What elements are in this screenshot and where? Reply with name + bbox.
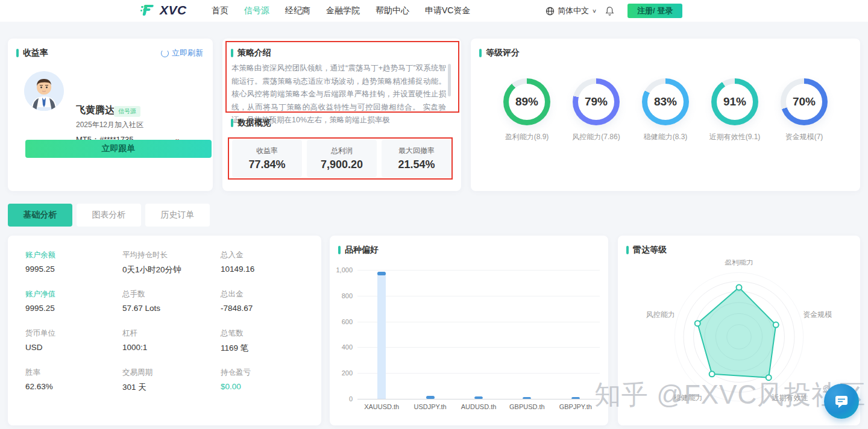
radar-title: 雷达等级 bbox=[626, 245, 667, 255]
globe-icon bbox=[546, 7, 555, 16]
logo-text: XVC bbox=[160, 3, 187, 17]
stat-value: 1000:1 bbox=[122, 343, 221, 352]
x-axis-label: GBPUSD.th bbox=[509, 403, 545, 410]
gridline bbox=[357, 322, 600, 322]
rating-rings: 89%盈利能力(8.9)79%风控能力(7.86)83%稳健能力(8.3)91%… bbox=[471, 78, 860, 142]
radar-axis-label: 盈利能力 bbox=[725, 260, 753, 266]
tab-chart-analysis[interactable]: 图表分析 bbox=[77, 204, 141, 227]
nav-item-home[interactable]: 首页 bbox=[212, 5, 228, 16]
bar-XAUUSD.th bbox=[377, 272, 386, 399]
stat-value: 0天1小时20分钟 bbox=[122, 265, 221, 275]
chat-fab-button[interactable] bbox=[824, 384, 859, 419]
main-nav: 首页信号源经纪商金融学院帮助中心申请VC资金 bbox=[212, 0, 470, 22]
x-axis-label: XAUUSD.th bbox=[364, 403, 399, 410]
strategy-card: 策略介绍 本策略由资深风控团队领航，通过“震荡马丁+趋势马丁”双系统智能运行。震… bbox=[222, 39, 461, 191]
gridline bbox=[357, 296, 600, 296]
rating-title: 等级评分 bbox=[479, 48, 520, 58]
rating-card: 等级评分 89%盈利能力(8.9)79%风控能力(7.86)83%稳健能力(8.… bbox=[471, 39, 860, 191]
refresh-icon bbox=[161, 49, 169, 57]
ring-percent: 79% bbox=[573, 78, 620, 125]
bar-cap bbox=[474, 396, 483, 399]
y-axis-tick: 400 bbox=[330, 343, 353, 351]
nav-item-signals[interactable]: 信号源 bbox=[244, 5, 269, 16]
overview-stat-label: 总利润 bbox=[331, 146, 353, 156]
y-axis-tick: 1,000 bbox=[330, 266, 353, 274]
radar-axis-label: 近期有效性 bbox=[772, 393, 808, 402]
section-marker bbox=[479, 49, 482, 57]
bar-AUDUSD.th bbox=[474, 396, 483, 399]
tab-basic-analysis[interactable]: 基础分析 bbox=[8, 204, 72, 227]
stat-value: -7848.67 bbox=[221, 304, 309, 313]
y-axis-tick: 800 bbox=[330, 292, 353, 299]
radar-chart: 盈利能力资金规模近期有效性稳健能力风控能力 bbox=[618, 260, 860, 413]
ring-percent: 91% bbox=[711, 78, 758, 125]
stat-cell-avg-holding-time: 平均持仓时长0天1小时20分钟 bbox=[122, 250, 221, 289]
tab-history-orders[interactable]: 历史订单 bbox=[145, 204, 210, 227]
language-selector[interactable]: 简体中文 ∨ bbox=[546, 5, 597, 16]
chat-bubble-icon bbox=[834, 394, 849, 409]
section-marker bbox=[626, 246, 629, 254]
y-axis-tick: 200 bbox=[330, 369, 353, 377]
overview-stat-value: 7,900.20 bbox=[321, 158, 363, 171]
account-stats-card: 账户余额9995.25平均持仓时长0天1小时20分钟总入金10149.16账户净… bbox=[8, 236, 321, 425]
stat-value: 62.63% bbox=[25, 382, 122, 391]
data-overview-title: 数据概览 bbox=[231, 117, 271, 128]
section-marker bbox=[231, 49, 233, 57]
nav-item-brokers[interactable]: 经纪商 bbox=[285, 5, 310, 16]
ring-percent: 89% bbox=[503, 78, 550, 125]
stat-cell-total-lots: 总手数57.67 Lots bbox=[122, 289, 221, 328]
radar-vertex-dot bbox=[709, 371, 715, 377]
ring-label: 近期有效性(9.1) bbox=[709, 132, 761, 142]
stat-cell-equity: 账户净值9995.25 bbox=[25, 289, 122, 328]
nav-item-academy[interactable]: 金融学院 bbox=[326, 5, 360, 16]
stat-value: 10149.16 bbox=[221, 265, 309, 274]
stat-value: 301 天 bbox=[122, 382, 221, 393]
overview-stat-label: 最大回撤率 bbox=[398, 146, 435, 156]
ring-percent: 70% bbox=[781, 78, 828, 125]
overview-stat-value: 77.84% bbox=[248, 158, 285, 171]
ring-label: 盈利能力(8.9) bbox=[505, 132, 549, 142]
stat-cell-trading-period: 交易周期301 天 bbox=[122, 368, 221, 407]
stat-value: 57.67 Lots bbox=[122, 304, 221, 313]
fxvc-logo[interactable]: XVC bbox=[140, 2, 187, 18]
profile-card-title: 收益率 bbox=[16, 48, 48, 58]
ring-label: 稳健能力(8.3) bbox=[644, 132, 688, 142]
radar-axis-label: 稳健能力 bbox=[673, 393, 702, 402]
stat-cell-total-trades: 总笔数1169 笔 bbox=[221, 328, 309, 368]
ring-label: 风控能力(7.86) bbox=[572, 132, 620, 142]
header-right: 简体中文 ∨ 注册/ 登录 bbox=[546, 0, 682, 22]
stat-value: 9995.25 bbox=[25, 265, 122, 274]
register-login-button[interactable]: 注册/ 登录 bbox=[627, 4, 682, 18]
stat-label: 杠杆 bbox=[122, 328, 221, 339]
nav-item-vc-funding[interactable]: 申请VC资金 bbox=[425, 5, 470, 16]
profile-card: 收益率 立即刷新 飞黄腾达 信号源 2025年12月加入 bbox=[8, 39, 213, 191]
nav-item-help[interactable]: 帮助中心 bbox=[376, 5, 409, 16]
stat-cell-floating-pnl: 持仓盈亏$0.00 bbox=[221, 368, 309, 407]
language-label: 简体中文 bbox=[558, 5, 589, 16]
chevron-down-icon: ∨ bbox=[592, 8, 597, 14]
rating-ring-recent-validity: 91%近期有效性(9.1) bbox=[702, 78, 768, 142]
rating-ring-profit: 89%盈利能力(8.9) bbox=[494, 78, 560, 142]
bar-cap bbox=[426, 396, 435, 399]
rating-ring-stability: 83%稳健能力(8.3) bbox=[632, 78, 699, 142]
signal-source-badge: 信号源 bbox=[114, 106, 140, 117]
follow-now-button[interactable]: 立即跟单 bbox=[25, 140, 212, 158]
refresh-button[interactable]: 立即刷新 bbox=[161, 48, 203, 58]
ring-gauge: 79% bbox=[573, 78, 620, 125]
stat-label: 货币单位 bbox=[25, 328, 122, 339]
overview-stat-2: 最大回撤率21.54% bbox=[382, 140, 451, 177]
stat-label: 平均持仓时长 bbox=[122, 250, 221, 260]
stat-cell-balance: 账户余额9995.25 bbox=[25, 250, 122, 289]
notification-bell-icon[interactable] bbox=[605, 6, 614, 16]
x-axis-label: USDJPY.th bbox=[414, 403, 446, 410]
stat-cell-total-deposit: 总入金10149.16 bbox=[221, 250, 309, 289]
overview-stat-value: 21.54% bbox=[398, 158, 435, 171]
gridline bbox=[357, 270, 600, 271]
stat-label: 持仓盈亏 bbox=[221, 368, 309, 378]
bar-GBPJPY.th bbox=[571, 397, 580, 399]
overview-stat-1: 总利润7,900.20 bbox=[307, 140, 377, 177]
ring-percent: 83% bbox=[642, 78, 689, 125]
scrollbar-thumb[interactable] bbox=[448, 64, 451, 96]
gridline bbox=[357, 399, 600, 399]
radar-svg: 盈利能力资金规模近期有效性稳健能力风控能力 bbox=[618, 260, 860, 410]
